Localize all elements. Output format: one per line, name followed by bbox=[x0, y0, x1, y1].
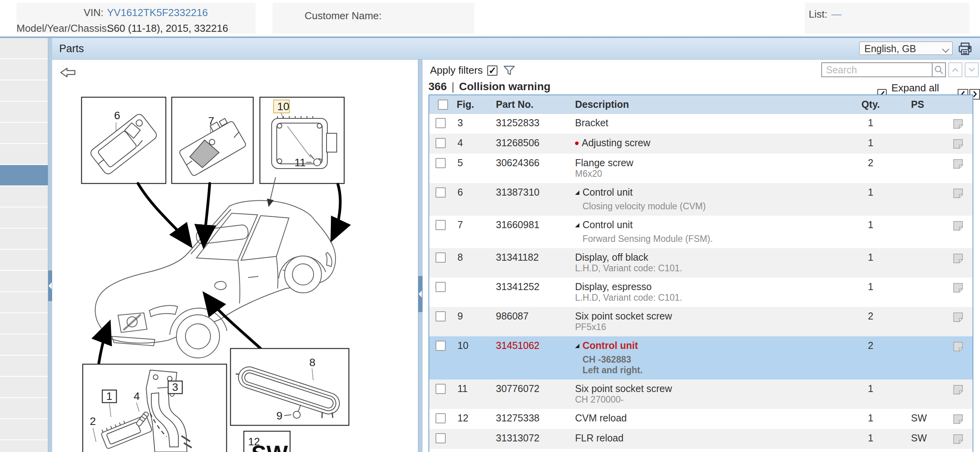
sidebar-item[interactable] bbox=[0, 250, 48, 270]
note-icon[interactable] bbox=[952, 311, 964, 323]
search-cluster bbox=[821, 62, 979, 77]
part-number[interactable]: 31268506 bbox=[491, 137, 570, 149]
table-row[interactable]: 5 30624366 Flange screw M6x20 2 bbox=[429, 154, 973, 183]
customer-box: Customer Name: bbox=[272, 3, 474, 34]
quantity-value: 1 bbox=[849, 432, 892, 444]
part-number[interactable]: 30624366 bbox=[491, 157, 570, 169]
thumbnail-part-12[interactable]: 12 SW bbox=[244, 431, 290, 452]
note-icon[interactable] bbox=[952, 282, 964, 294]
select-all-checkbox[interactable] bbox=[438, 100, 448, 110]
sidebar-item[interactable] bbox=[0, 102, 48, 122]
table-row[interactable]: 11 30776072 Six point socket screw CH 27… bbox=[429, 379, 973, 409]
table-row[interactable]: 4 31268506 Adjusting screw 1 bbox=[429, 134, 973, 154]
row-checkbox[interactable] bbox=[436, 413, 446, 423]
row-checkbox[interactable] bbox=[436, 341, 446, 351]
model-value: S60 (11-18), 2015, 332216 bbox=[107, 22, 228, 34]
row-checkbox[interactable] bbox=[436, 433, 446, 443]
sidebar-item[interactable] bbox=[0, 229, 48, 249]
note-icon[interactable] bbox=[952, 158, 964, 170]
diagram-label-11: 11 bbox=[294, 156, 306, 169]
sidebar-item[interactable] bbox=[0, 377, 48, 397]
sidebar-item-selected[interactable] bbox=[0, 165, 48, 185]
part-number[interactable]: 31275338 bbox=[491, 412, 570, 424]
parts-list-pane: Apply filters ✓ 366|Collision warning bbox=[423, 60, 980, 452]
part-number[interactable]: 30776072 bbox=[491, 383, 570, 394]
note-icon[interactable] bbox=[952, 341, 964, 352]
table-row[interactable]: 31313072 FLR reload 1 SW bbox=[429, 429, 973, 449]
table-row[interactable]: 7 31660981 Control unit Forward Sensing … bbox=[429, 216, 973, 248]
part-number[interactable]: 31341252 bbox=[491, 281, 570, 292]
description-cell: FLR reload bbox=[570, 432, 849, 444]
note-icon[interactable] bbox=[952, 384, 964, 396]
sidebar-item[interactable] bbox=[0, 356, 48, 376]
sidebar-item[interactable] bbox=[0, 123, 48, 143]
search-input[interactable] bbox=[821, 62, 932, 77]
thumbnail-parts-8-9[interactable]: 8 9 bbox=[230, 349, 349, 425]
sidebar-item[interactable] bbox=[0, 440, 48, 452]
part-number[interactable]: 31313072 bbox=[491, 432, 570, 444]
note-icon[interactable] bbox=[952, 220, 964, 232]
note-icon[interactable] bbox=[952, 433, 964, 445]
back-arrow-icon[interactable] bbox=[61, 68, 75, 77]
search-button[interactable] bbox=[932, 62, 946, 77]
row-checkbox[interactable] bbox=[436, 187, 446, 198]
note-icon[interactable] bbox=[952, 187, 964, 199]
language-select[interactable]: English, GB bbox=[859, 42, 953, 55]
note-icon[interactable] bbox=[952, 413, 964, 425]
table-row[interactable]: 31268402 FSM reload 1 SW bbox=[429, 449, 973, 452]
sidebar-item[interactable] bbox=[0, 313, 48, 334]
part-number[interactable]: 986087 bbox=[491, 310, 570, 322]
note-icon[interactable] bbox=[952, 138, 964, 150]
print-button[interactable] bbox=[957, 41, 973, 57]
sidebar-item[interactable] bbox=[0, 419, 48, 439]
sidebar-item[interactable] bbox=[0, 207, 48, 228]
vin-value-link[interactable]: YV1612TK5F2332216 bbox=[107, 7, 208, 19]
row-checkbox[interactable] bbox=[436, 282, 446, 292]
thumbnail-part-7[interactable]: 7 bbox=[172, 97, 253, 183]
row-checkbox[interactable] bbox=[436, 138, 446, 148]
filter-funnel-icon[interactable] bbox=[503, 65, 515, 76]
note-icon[interactable] bbox=[952, 118, 964, 130]
parts-panel: Parts English, GB bbox=[52, 38, 980, 452]
row-checkbox[interactable] bbox=[436, 158, 446, 168]
sidebar-item[interactable] bbox=[0, 271, 48, 291]
table-row[interactable]: 8 31341182 Display, off black L.H.D, Var… bbox=[429, 248, 973, 278]
sidebar-item[interactable] bbox=[0, 398, 48, 418]
quantity-value: 1 bbox=[849, 187, 892, 198]
row-checkbox[interactable] bbox=[436, 311, 446, 321]
part-number[interactable]: 31252833 bbox=[491, 117, 570, 129]
part-number[interactable]: 31451062 bbox=[491, 340, 570, 351]
table-row[interactable]: 9 986087 Six point socket screw PF5x16 2 bbox=[429, 307, 973, 336]
row-checkbox[interactable] bbox=[436, 118, 446, 128]
sidebar-item[interactable] bbox=[0, 38, 48, 58]
part-number[interactable]: 31387310 bbox=[491, 187, 570, 198]
description-text: FLR reload bbox=[575, 432, 624, 444]
thumbnail-parts-1-4[interactable]: 3 1 2 bbox=[83, 364, 227, 452]
sidebar-item[interactable] bbox=[0, 59, 48, 80]
table-row[interactable]: 31341252 Display, espresso L.H.D, Varian… bbox=[429, 278, 973, 307]
row-checkbox[interactable] bbox=[436, 220, 446, 230]
sidebar-item[interactable] bbox=[0, 292, 48, 312]
apply-filters-checkbox[interactable]: ✓ bbox=[487, 65, 497, 76]
sidebar-item[interactable] bbox=[0, 186, 48, 207]
sidebar-item[interactable] bbox=[0, 144, 48, 164]
table-row[interactable]: 12 31275338 CVM reload 1 SW bbox=[429, 409, 973, 429]
sidebar-item[interactable] bbox=[0, 80, 48, 101]
navigation-sidebar[interactable] bbox=[0, 38, 48, 452]
description-subtext: CH 270000- bbox=[575, 394, 849, 405]
note-icon[interactable] bbox=[952, 252, 964, 264]
quantity-value: 2 bbox=[849, 340, 892, 351]
row-checkbox[interactable] bbox=[436, 384, 446, 394]
table-row[interactable]: 6 31387310 Control unit Closing velocity… bbox=[429, 183, 973, 216]
table-row[interactable]: 10 31451062 Control unit CH -362883Left … bbox=[429, 336, 973, 379]
table-row[interactable]: 3 31252833 Bracket 1 bbox=[429, 114, 973, 134]
sidebar-item[interactable] bbox=[0, 334, 48, 355]
search-prev-button[interactable] bbox=[948, 62, 962, 77]
thumbnail-part-6[interactable]: 6 bbox=[82, 97, 166, 183]
row-checkbox[interactable] bbox=[436, 252, 446, 263]
search-next-button[interactable] bbox=[965, 62, 979, 77]
thumbnail-part-10[interactable]: 10 11 bbox=[260, 97, 344, 183]
part-number[interactable]: 31660981 bbox=[491, 219, 570, 231]
part-number[interactable]: 31341182 bbox=[491, 252, 570, 263]
apply-filters-control[interactable]: Apply filters ✓ bbox=[430, 64, 515, 76]
